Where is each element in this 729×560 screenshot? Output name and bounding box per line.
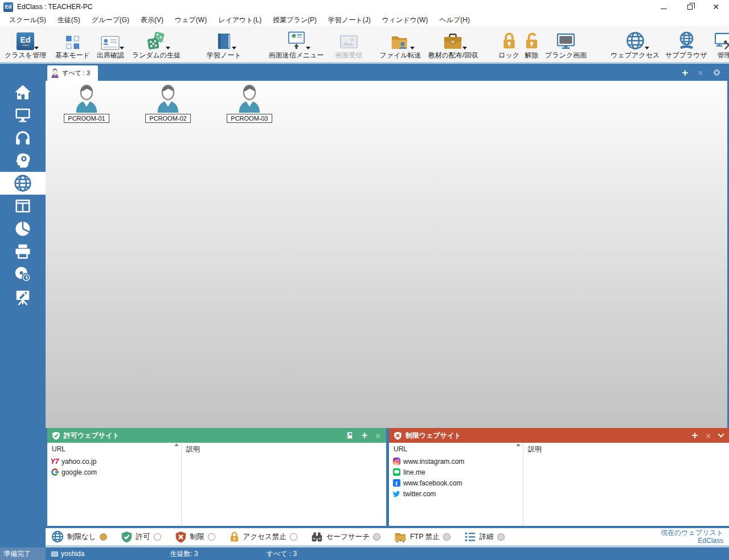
basic-mode-icon [65,29,80,50]
add-website-button[interactable]: + [692,430,698,440]
tab-all-students[interactable]: すべて : 3 [47,65,98,81]
remove-website-button[interactable]: × [375,431,380,440]
allowed-site-row[interactable]: Y7 yahoo.co.jp [47,456,181,467]
panel-layout-icon [14,197,31,215]
restore-button[interactable] [677,0,703,14]
restricted-site-row[interactable]: www.instagram.com [389,456,523,467]
mode-allow[interactable]: 許可 [121,531,161,543]
menu-lesson-plan[interactable]: 授業プラン(P) [267,14,322,26]
close-icon: ✕ [712,3,719,11]
toolbar-admin[interactable]: 管理 [714,29,729,60]
column-description[interactable]: 説明 [523,443,729,455]
allowed-site-row[interactable]: google.com [47,467,181,477]
site-url: www.instagram.com [403,458,464,466]
toolbar-random-student[interactable]: ランダムの生徒 [132,29,181,60]
collapse-panel-chevron-icon[interactable] [718,431,724,437]
restricted-site-row[interactable]: f www.facebook.com [389,477,523,488]
restricted-panel-header: 制限ウェブサイト + × [389,428,729,443]
menu-school[interactable]: スクール(S) [3,14,52,26]
sidebar-item-audio[interactable] [0,126,46,149]
globe-icon [14,174,32,192]
mode-block-access[interactable]: アクセス禁止 [229,532,297,542]
mode-safe-search[interactable]: セーフサーチ [311,531,380,543]
close-button[interactable]: ✕ [703,0,729,14]
toolbar-screen-send-menu[interactable]: 画面送信メニュー [269,29,324,60]
allowed-panel-header: 許可ウェブサイト + × [47,428,386,443]
restricted-site-row[interactable]: line.me [389,467,523,477]
sidebar-item-print[interactable] [0,240,46,263]
student-pcroom-03[interactable]: PCROOM-03 [223,84,276,123]
toolbar-distribute-collect[interactable]: 教材の配布/回収 [428,29,478,60]
student-pcroom-01[interactable]: PCROOM-01 [60,84,113,123]
allowed-list-body: Y7 yahoo.co.jp google.com [47,455,386,526]
dice-icon [147,29,166,50]
sidebar-item-surveys[interactable] [0,195,46,217]
menu-window[interactable]: ウィンドウ(W) [376,14,434,26]
tab-settings-gear-icon[interactable] [712,68,721,77]
shield-check-icon [121,531,133,543]
add-website-button[interactable]: + [362,430,368,440]
toolbar-sub-browser[interactable]: サブブラウザ [665,29,707,60]
screen-receive-icon [339,29,358,50]
toolbar-unlock[interactable]: 解除 [524,29,539,60]
disc-clock-icon [14,266,31,283]
status-ready: 準備完了 [0,547,46,560]
toolbar-basic-mode[interactable]: 基本モード [55,29,90,60]
yahoo-icon: Y7 [51,458,59,466]
restricted-desc-column [523,455,729,526]
mode-ftp-block[interactable]: FTP 禁止 [394,531,450,543]
sidebar-item-assessment[interactable] [0,149,46,172]
student-name: PCROOM-01 [64,114,109,123]
menu-group[interactable]: グループ(G) [86,14,135,26]
mode-details[interactable]: 詳細 [464,531,505,543]
column-url[interactable]: URL [47,443,181,455]
facebook-icon: f [392,479,400,487]
dropdown-caret-icon [645,47,649,50]
sidebar-item-screens[interactable] [0,104,46,126]
radio-allow[interactable] [154,533,161,541]
address-book-icon[interactable] [346,431,354,439]
minimize-button[interactable] [650,0,677,14]
restricted-websites-panel: 制限ウェブサイト + × URL 説明 [389,428,729,526]
column-url[interactable]: URL [389,443,523,455]
monitor-tools-icon [714,29,729,50]
restricted-site-row[interactable]: twitter.com [389,488,523,499]
shield-block-icon [394,431,402,440]
menu-students[interactable]: 生徒(S) [52,14,86,26]
sidebar-item-web[interactable] [0,172,46,195]
sidebar-item-applications[interactable] [0,263,46,286]
radio-restrict[interactable] [208,533,215,541]
menu-web[interactable]: ウェブ(W) [169,14,212,26]
menu-layout[interactable]: レイアウト(L) [212,14,267,26]
mode-restrict[interactable]: 制限 [175,531,215,543]
menu-view[interactable]: 表示(V) [135,14,169,26]
screen-send-icon [287,29,306,50]
mode-no-restriction[interactable]: 制限なし [51,530,107,543]
main-area: すべて : 3 + × PCROOM-01 PCROOM-02 [46,64,729,547]
remove-website-button[interactable]: × [706,431,711,440]
dropdown-caret-icon [34,47,39,50]
globe-icon [51,530,64,543]
close-tab-button[interactable]: × [698,68,703,77]
radio-block-access[interactable] [290,533,297,541]
toolbar-file-transfer[interactable]: ファイル転送 [380,29,421,60]
menu-help[interactable]: ヘルプ(H) [433,14,476,26]
toolbar-web-access[interactable]: ウェブアクセス [611,29,660,60]
lock-closed-icon [502,29,517,50]
toolbar-blank-screen[interactable]: ブランク画面 [545,29,587,60]
student-canvas[interactable]: PCROOM-01 PCROOM-02 PCROOM-03 [46,81,727,428]
student-pcroom-02[interactable]: PCROOM-02 [142,84,194,123]
sidebar-item-home[interactable] [0,81,46,104]
toolbar-manage-class[interactable]: EdClass クラスを管理 [5,29,46,60]
radio-no-restriction[interactable] [100,533,107,541]
toolbar-lock[interactable]: ロック [498,29,519,60]
sidebar-item-reports[interactable] [0,217,46,240]
current-web-list: 現在のウェブリスト EdClass [661,529,729,545]
column-description[interactable]: 説明 [181,443,386,455]
add-tab-button[interactable]: + [682,67,688,78]
shield-check-icon [52,431,60,440]
toolbar-learning-journal[interactable]: 学習ノート [207,29,241,60]
menu-journal[interactable]: 学習ノート(J) [322,14,376,26]
sidebar-item-whiteboard[interactable] [0,286,46,308]
toolbar-attendance[interactable]: 出席確認 [97,29,124,60]
